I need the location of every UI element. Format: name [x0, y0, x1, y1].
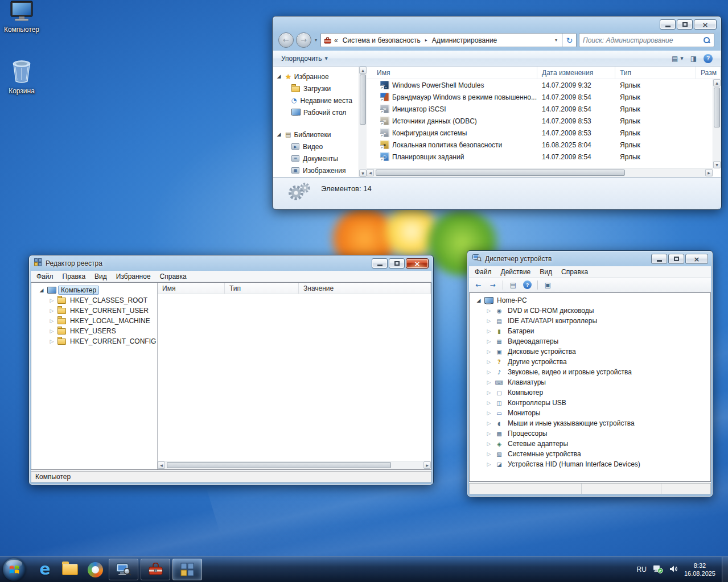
- registry-horizontal-scrollbar[interactable]: ◀ ▶: [158, 461, 431, 469]
- device-category-row[interactable]: IDE ATA/ATAPI контроллеры: [470, 316, 710, 326]
- change-view-button[interactable]: [672, 55, 684, 63]
- taskbar-button-device-manager[interactable]: [109, 559, 138, 580]
- device-category-row[interactable]: Звуковые, видео и игровые устройства: [470, 367, 710, 377]
- organize-button[interactable]: Упорядочить: [281, 55, 328, 63]
- expand-arrow-icon[interactable]: [486, 308, 492, 313]
- expand-arrow-icon[interactable]: [48, 339, 55, 344]
- expand-arrow-icon[interactable]: [486, 339, 492, 344]
- expand-arrow-icon[interactable]: [486, 452, 492, 457]
- scroll-left-icon[interactable]: ◀: [367, 169, 374, 176]
- menu-item[interactable]: Правка: [58, 271, 91, 282]
- device-category-row[interactable]: Видеоадаптеры: [470, 336, 710, 346]
- close-button[interactable]: ×: [694, 19, 717, 30]
- registry-hive-row[interactable]: HKEY_USERS: [31, 326, 157, 336]
- column-header-name[interactable]: Имя: [158, 283, 225, 294]
- hive-label[interactable]: HKEY_LOCAL_MACHINE: [68, 317, 152, 325]
- taskbar-media-player-icon[interactable]: [83, 558, 108, 581]
- sidebar-item-desktop[interactable]: Рабочий стол: [303, 109, 346, 117]
- scroll-right-icon[interactable]: ▶: [705, 169, 713, 176]
- device-category-label[interactable]: DVD и CD-ROM дисководы: [506, 307, 595, 315]
- menu-item[interactable]: Избранное: [112, 271, 155, 282]
- menu-item[interactable]: Вид: [90, 271, 112, 282]
- maximize-button[interactable]: [677, 19, 693, 30]
- scrollbar-thumb[interactable]: [714, 88, 720, 127]
- expand-arrow-icon[interactable]: [486, 421, 492, 426]
- maximize-button[interactable]: [389, 258, 405, 269]
- language-indicator[interactable]: RU: [637, 566, 647, 573]
- expand-arrow-icon[interactable]: [486, 411, 492, 416]
- registry-hive-row[interactable]: HKEY_CLASSES_ROOT: [31, 295, 157, 306]
- sidebar-item-downloads[interactable]: Загрузки: [303, 85, 331, 93]
- expand-arrow-icon[interactable]: [486, 380, 492, 385]
- device-root-label[interactable]: Home-PC: [495, 296, 529, 304]
- expand-arrow-icon[interactable]: [486, 370, 492, 375]
- minimize-button[interactable]: [372, 258, 388, 269]
- registry-root-label[interactable]: Компьютер: [58, 286, 99, 295]
- device-category-label[interactable]: Мыши и иные указывающие устройства: [506, 419, 636, 427]
- expand-arrow-icon[interactable]: [486, 349, 492, 354]
- device-category-row[interactable]: Устройства HID (Human Interface Devices): [470, 459, 710, 469]
- device-category-label[interactable]: IDE ATA/ATAPI контроллеры: [506, 317, 599, 325]
- taskbar-explorer-icon[interactable]: [57, 558, 83, 581]
- expand-arrow-icon[interactable]: [275, 74, 282, 79]
- help-button[interactable]: ?: [521, 279, 534, 291]
- menu-item[interactable]: Файл: [470, 266, 496, 278]
- scrollbar-thumb[interactable]: [376, 170, 625, 176]
- scrollbar-thumb[interactable]: [360, 75, 366, 125]
- hive-label[interactable]: HKEY_USERS: [68, 327, 118, 335]
- preview-pane-button[interactable]: [690, 55, 697, 63]
- sidebar-scrollbar[interactable]: ▲ ▼: [359, 67, 367, 177]
- scroll-up-icon[interactable]: ▲: [359, 67, 367, 74]
- expand-arrow-icon[interactable]: [486, 401, 492, 406]
- device-root-row[interactable]: Home-PC: [470, 295, 710, 306]
- expand-arrow-icon[interactable]: [475, 298, 482, 303]
- device-category-row[interactable]: Клавиатуры: [470, 377, 710, 387]
- expand-arrow-icon[interactable]: [486, 390, 492, 395]
- file-row[interactable]: Брандмауэр Windows в режиме повышенно...…: [367, 91, 721, 103]
- column-header-value[interactable]: Значение: [299, 283, 431, 294]
- close-button[interactable]: ×: [406, 258, 429, 269]
- network-icon[interactable]: [653, 564, 663, 575]
- device-category-label[interactable]: Процессоры: [506, 430, 549, 437]
- device-category-label[interactable]: Устройства HID (Human Interface Devices): [506, 460, 642, 468]
- device-category-row[interactable]: Компьютер: [470, 387, 710, 398]
- desktop-icon-recycle-bin[interactable]: Корзина: [0, 57, 43, 95]
- expand-arrow-icon[interactable]: [48, 319, 55, 324]
- breadcrumb-administration[interactable]: Администрирование: [430, 35, 499, 46]
- forward-button[interactable]: [296, 32, 311, 48]
- back-button[interactable]: [278, 32, 294, 48]
- scroll-up-icon[interactable]: ▲: [713, 79, 721, 86]
- address-dropdown-chevron-icon[interactable]: [553, 38, 560, 43]
- menu-item[interactable]: Вид: [535, 266, 557, 278]
- device-category-row[interactable]: Батареи: [470, 326, 710, 336]
- scroll-right-icon[interactable]: ▶: [423, 461, 431, 469]
- column-header-date[interactable]: Дата изменения: [537, 67, 615, 79]
- menu-item[interactable]: Справка: [155, 271, 191, 282]
- maximize-button[interactable]: [668, 254, 684, 264]
- device-category-row[interactable]: Мыши и иные указывающие устройства: [470, 418, 710, 428]
- file-row[interactable]: Windows PowerShell Modules 14.07.2009 9:…: [367, 79, 721, 91]
- column-header-type[interactable]: Тип: [615, 67, 696, 79]
- device-category-row[interactable]: Процессоры: [470, 428, 710, 439]
- device-category-row[interactable]: DVD и CD-ROM дисководы: [470, 306, 710, 316]
- sidebar-section-libraries[interactable]: Библиотеки: [294, 131, 331, 139]
- close-button[interactable]: ×: [685, 254, 708, 264]
- device-category-row[interactable]: Сетевые адаптеры: [470, 439, 710, 449]
- device-category-label[interactable]: Другие устройства: [506, 358, 569, 366]
- taskbar-internet-explorer-icon[interactable]: [32, 558, 57, 581]
- scroll-down-icon[interactable]: ▼: [359, 170, 367, 177]
- sidebar-item-pictures[interactable]: Изображения: [303, 167, 346, 175]
- registry-hive-row[interactable]: HKEY_CURRENT_CONFIG: [31, 336, 157, 346]
- expand-arrow-icon[interactable]: [275, 132, 282, 137]
- device-category-label[interactable]: Сетевые адаптеры: [506, 440, 570, 448]
- menu-item[interactable]: Справка: [557, 266, 593, 278]
- device-category-label[interactable]: Контроллеры USB: [506, 399, 568, 407]
- expand-arrow-icon[interactable]: [48, 329, 55, 334]
- device-category-row[interactable]: Системные устройства: [470, 449, 710, 459]
- menu-item[interactable]: Действие: [496, 266, 536, 278]
- device-category-row[interactable]: Другие устройства: [470, 357, 710, 367]
- file-row[interactable]: Планировщик заданий 14.07.2009 8:54 Ярлы…: [367, 151, 721, 163]
- back-button[interactable]: [472, 279, 485, 291]
- sidebar-item-recent-places[interactable]: Недавние места: [301, 97, 352, 105]
- expand-arrow-icon[interactable]: [486, 441, 492, 447]
